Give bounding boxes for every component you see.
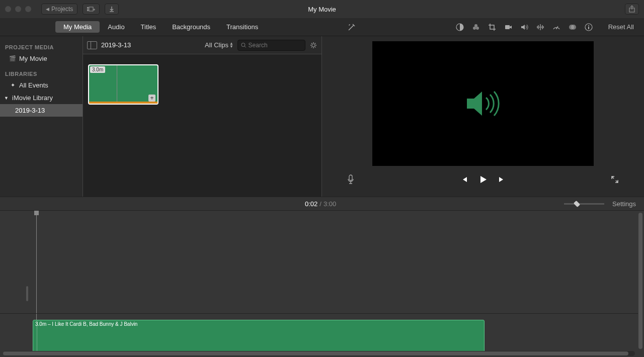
sidebar-item-event-date[interactable]: 2019-3-13 — [0, 104, 83, 117]
svg-rect-1 — [87, 9, 89, 10]
sidebar-heading-project-media: PROJECT MEDIA — [0, 42, 83, 52]
clips-filter-dropdown[interactable]: All Clips ▲▼ — [205, 41, 233, 49]
reset-all-button[interactable]: Reset All — [608, 23, 634, 31]
browser-settings-button[interactable] — [309, 41, 317, 49]
viewer-controls — [347, 172, 619, 187]
enhance-wand-icon[interactable] — [347, 23, 356, 32]
zoom-window-icon[interactable] — [25, 6, 31, 12]
browser-event-name: 2019-3-13 — [101, 41, 201, 49]
next-button[interactable] — [498, 175, 506, 184]
fullscreen-button[interactable] — [611, 175, 619, 184]
color-balance-icon[interactable] — [455, 23, 464, 32]
timeline-marker[interactable] — [26, 286, 28, 301]
sidebar: PROJECT MEDIA 🎬 My Movie LIBRARIES ✦ All… — [0, 36, 83, 197]
crop-icon[interactable] — [488, 23, 497, 32]
clip-skimmer-line — [117, 65, 117, 102]
media-browser: 2019-3-13 All Clips ▲▼ 3.0m + — [83, 36, 322, 197]
download-button[interactable] — [105, 4, 119, 15]
volume-icon[interactable] — [520, 23, 529, 32]
clip-audio-waveform — [89, 102, 157, 104]
timeline-track-divider — [0, 313, 638, 314]
clips-area: 3.0m + — [83, 54, 321, 115]
sidebar-item-label: 2019-3-13 — [15, 107, 45, 114]
list-view-toggle-icon[interactable] — [87, 41, 97, 49]
sidebar-item-label: My Movie — [19, 55, 47, 62]
time-bar: 0:02 / 3:00 Settings — [0, 197, 644, 211]
viewer-canvas[interactable] — [372, 41, 594, 166]
color-correction-icon[interactable] — [471, 23, 480, 32]
svg-point-8 — [476, 27, 479, 30]
vertical-scrollbar[interactable] — [638, 213, 643, 349]
svg-rect-3 — [89, 7, 93, 11]
svg-point-10 — [556, 28, 557, 29]
audio-clip-label: 3.0m – I Like It Cardi B, Bad Bunny & J … — [35, 321, 137, 327]
svg-point-12 — [571, 25, 576, 30]
audio-clip-playhead-line — [37, 320, 37, 352]
total-time: 3:00 — [324, 200, 336, 208]
tab-audio[interactable]: Audio — [100, 21, 132, 33]
viewer — [322, 36, 644, 197]
svg-point-16 — [242, 43, 245, 46]
svg-point-6 — [474, 24, 477, 27]
clip-filter-icon[interactable] — [568, 23, 577, 32]
clip-duration-badge: 3.0m — [90, 66, 105, 73]
tab-my-media[interactable]: My Media — [55, 21, 100, 33]
media-clip-thumbnail[interactable]: 3.0m + — [88, 64, 158, 105]
add-to-timeline-icon[interactable]: + — [148, 95, 155, 102]
sidebar-heading-libraries: LIBRARIES — [0, 69, 83, 79]
clips-filter-label: All Clips — [205, 41, 228, 49]
speaker-icon — [463, 87, 503, 120]
vertical-scrollbar-thumb[interactable] — [638, 213, 642, 349]
horizontal-scrollbar[interactable] — [3, 351, 635, 356]
disclosure-triangle-icon[interactable]: ▼ — [4, 96, 9, 101]
sidebar-item-label: iMovie Library — [12, 94, 53, 102]
back-to-projects-button[interactable]: ◀ Projects — [41, 4, 77, 15]
svg-rect-15 — [588, 27, 589, 29]
titlebar: ◀ Projects My Movie — [0, 0, 644, 18]
current-time: 0:02 — [305, 200, 317, 208]
search-input-container — [237, 40, 305, 51]
share-button[interactable] — [625, 4, 639, 15]
tab-backgrounds[interactable]: Backgrounds — [164, 21, 218, 33]
svg-rect-2 — [87, 10, 89, 11]
timeline[interactable]: 3.0m – I Like It Cardi B, Bad Bunny & J … — [0, 211, 644, 357]
tab-row: My Media Audio Titles Backgrounds Transi… — [0, 18, 644, 36]
svg-rect-9 — [505, 25, 510, 29]
svg-point-14 — [588, 25, 589, 26]
svg-rect-18 — [349, 175, 352, 181]
svg-rect-0 — [87, 7, 89, 8]
window-title: My Movie — [308, 6, 336, 13]
zoom-slider-thumb[interactable] — [574, 200, 580, 207]
tab-titles[interactable]: Titles — [133, 21, 165, 33]
minimize-window-icon[interactable] — [15, 6, 21, 12]
play-button[interactable] — [478, 175, 488, 184]
timeline-settings-button[interactable]: Settings — [612, 200, 636, 208]
horizontal-scrollbar-thumb[interactable] — [3, 351, 628, 355]
search-input[interactable] — [249, 42, 302, 49]
import-media-button[interactable] — [83, 4, 100, 15]
info-icon[interactable] — [584, 23, 593, 32]
stabilization-icon[interactable] — [504, 23, 513, 32]
speed-icon[interactable] — [552, 23, 561, 32]
back-label: Projects — [51, 6, 73, 13]
sidebar-item-my-movie[interactable]: 🎬 My Movie — [0, 52, 83, 65]
star-icon: ✦ — [9, 82, 16, 89]
chevron-left-icon: ◀ — [46, 7, 49, 12]
svg-point-17 — [312, 44, 315, 47]
window-controls — [5, 6, 31, 12]
zoom-slider[interactable] — [564, 203, 604, 205]
time-separator: / — [319, 200, 321, 208]
voiceover-mic-icon[interactable] — [347, 174, 354, 185]
updown-chevron-icon: ▲▼ — [229, 42, 233, 48]
close-window-icon[interactable] — [5, 6, 11, 12]
timeline-audio-clip[interactable]: 3.0m – I Like It Cardi B, Bad Bunny & J … — [33, 320, 485, 353]
svg-point-7 — [473, 27, 476, 30]
sidebar-item-imovie-library[interactable]: ▼ iMovie Library — [0, 92, 83, 104]
sidebar-item-all-events[interactable]: ✦ All Events — [0, 79, 83, 92]
browser-header: 2019-3-13 All Clips ▲▼ — [83, 36, 321, 54]
tab-transitions[interactable]: Transitions — [218, 21, 266, 33]
search-icon — [241, 42, 247, 48]
noise-reduction-icon[interactable] — [536, 23, 545, 32]
previous-button[interactable] — [460, 175, 468, 184]
clapperboard-icon: 🎬 — [9, 55, 16, 62]
